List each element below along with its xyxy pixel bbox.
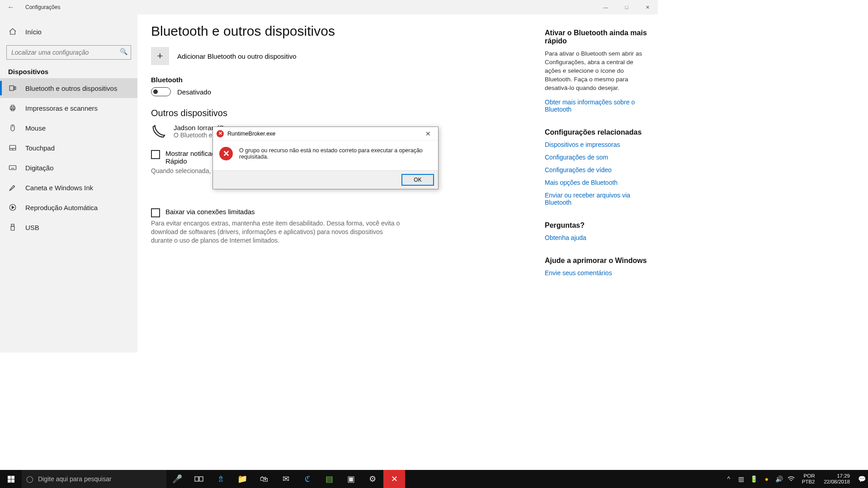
sidebar-item-printers[interactable]: Impressoras e scanners [0, 98, 137, 118]
sidebar-item-usb[interactable]: USB [0, 217, 137, 237]
dialog-titlebar: ✕ RuntimeBroker.exe ✕ [213, 127, 438, 141]
taskbar-app-store[interactable]: 🛍 [253, 470, 275, 488]
sidebar-home-label: Início [25, 28, 42, 36]
action-center-icon[interactable]: 💬 [857, 475, 866, 483]
metered-checkbox[interactable] [151, 208, 160, 217]
sidebar-item-mouse[interactable]: Mouse [0, 118, 137, 138]
svg-rect-19 [11, 226, 14, 230]
sidebar-item-bluetooth[interactable]: Bluetooth e outros dispositivos [0, 78, 137, 98]
taskbar-app-green[interactable]: ▤ [318, 470, 340, 488]
dialog-ok-button[interactable]: OK [402, 174, 434, 185]
other-devices-title: Outros dispositivos [151, 108, 531, 118]
sidebar-item-autoplay[interactable]: Reprodução Automática [0, 197, 137, 217]
error-dialog: ✕ RuntimeBroker.exe ✕ ✕ O grupo ou recur… [212, 127, 439, 189]
tray-language[interactable]: POR PTB2 [800, 473, 817, 485]
right-column: Ativar o Bluetooth ainda mais rápido Par… [545, 14, 658, 352]
svg-rect-3 [11, 105, 14, 107]
sidebar-item-label: Caneta e Windows Ink [25, 184, 93, 192]
maximize-button[interactable]: □ [616, 0, 637, 14]
taskbar-app-edge[interactable]: ⇯ [210, 470, 231, 488]
minimize-button[interactable]: — [595, 0, 616, 14]
add-device-row[interactable]: + Adicionar Bluetooth ou outro dispositi… [151, 47, 531, 65]
sidebar-home[interactable]: Início [0, 23, 137, 41]
dialog-message: O grupo ou recurso não está no estado co… [239, 147, 432, 160]
sidebar-item-touchpad[interactable]: Touchpad [0, 138, 137, 158]
tray-up-icon[interactable]: ^ [724, 475, 733, 483]
search-input[interactable] [6, 45, 131, 60]
metered-checkbox-label: Baixar via conexões limitadas [165, 208, 255, 216]
taskbar-app-ie[interactable]: ℭ [297, 470, 318, 488]
related-link-devices[interactable]: Dispositivos e impressoras [545, 141, 648, 148]
bluetooth-toggle-state: Desativado [177, 88, 211, 96]
window-title: Configurações [25, 4, 60, 10]
close-button[interactable]: ✕ [637, 0, 658, 14]
taskbar-app-error[interactable]: ✕ [383, 470, 405, 488]
error-icon-large: ✕ [219, 147, 233, 160]
metered-checkbox-row[interactable]: Baixar via conexões limitadas [151, 208, 404, 217]
related-title: Configurações relacionadas [545, 128, 648, 136]
sidebar-item-typing[interactable]: Digitação [0, 158, 137, 178]
svg-rect-4 [11, 109, 14, 111]
svg-rect-1 [14, 87, 16, 89]
add-device-label: Adicionar Bluetooth ou outro dispositivo [177, 52, 297, 60]
windows-logo-icon [8, 476, 14, 483]
usb-icon [8, 223, 17, 231]
bluetooth-toggle[interactable] [151, 87, 171, 96]
keyboard-icon [8, 164, 17, 172]
tray-battery-icon[interactable]: 🔋 [750, 475, 759, 483]
related-link-video[interactable]: Configurações de vídeo [545, 166, 648, 174]
window-controls: — □ ✕ [595, 0, 658, 14]
notify-checkbox-label: Mostrar notificaçõ [165, 150, 219, 157]
sidebar-item-pen[interactable]: Caneta e Windows Ink [0, 178, 137, 197]
dialog-close-button[interactable]: ✕ [422, 130, 434, 137]
related-link-sound[interactable]: Configurações de som [545, 154, 648, 161]
sidebar-item-label: Mouse [25, 124, 46, 132]
sidebar-item-label: USB [25, 224, 39, 231]
svg-rect-20 [195, 477, 198, 481]
sidebar-item-label: Touchpad [25, 144, 55, 152]
taskbar-app-settings[interactable]: ⚙ [362, 470, 383, 488]
dialog-body: ✕ O grupo ou recurso não está no estado … [213, 141, 438, 170]
home-icon [8, 28, 17, 36]
svg-rect-10 [9, 166, 16, 170]
taskbar-search-placeholder: Digite aqui para pesquisar [38, 475, 112, 483]
tray-battery-saver-icon[interactable]: ▥ [737, 475, 746, 483]
add-device-button[interactable]: + [151, 47, 169, 65]
feedback-link[interactable]: Envie seus comentários [545, 269, 648, 277]
taskbar-app-gray[interactable]: ▣ [340, 470, 362, 488]
notify-checkbox[interactable] [151, 150, 160, 159]
svg-rect-21 [199, 477, 203, 481]
related-link-send-files[interactable]: Enviar ou receber arquivos via Bluetooth [545, 192, 648, 206]
back-button[interactable]: ← [6, 3, 15, 11]
tip-link[interactable]: Obter mais informações sobre o Bluetooth [545, 99, 648, 113]
autoplay-icon [8, 203, 17, 211]
tray-date: 22/08/2018 [824, 479, 850, 485]
phone-icon [151, 124, 167, 139]
task-view-button[interactable] [188, 470, 210, 488]
get-help-link[interactable]: Obtenha ajuda [545, 234, 648, 241]
system-tray: ^ ▥ 🔋 ● 🔊 POR PTB2 17:29 22/08/2018 💬 [724, 473, 868, 485]
feedback-title: Ajude a aprimorar o Windows [545, 257, 648, 265]
metered-help-text: Para evitar encargos extras, mantenha es… [151, 219, 404, 245]
search-box[interactable]: 🔍 [6, 45, 131, 60]
tray-volume-icon[interactable]: 🔊 [775, 475, 784, 483]
tray-clock[interactable]: 17:29 22/08/2018 [820, 473, 854, 485]
tray-app-icon[interactable]: ● [762, 475, 771, 483]
taskbar-search[interactable]: ◯ Digite aqui para pesquisar [22, 470, 166, 488]
notify-checkbox-label2: Rápido [165, 157, 187, 165]
related-link-more-bt[interactable]: Mais opções de Bluetooth [545, 179, 648, 186]
taskbar-app-mail[interactable]: ✉ [275, 470, 297, 488]
touchpad-icon [8, 144, 17, 152]
sidebar-item-label: Reprodução Automática [25, 204, 98, 211]
tray-wifi-icon[interactable] [788, 476, 797, 482]
search-icon: 🔍 [120, 48, 127, 55]
pen-icon [8, 183, 17, 192]
mic-icon[interactable]: 🎤 [166, 470, 188, 488]
bluetooth-toggle-row: Desativado [151, 87, 531, 96]
tip-title: Ativar o Bluetooth ainda mais rápido [545, 29, 648, 45]
start-button[interactable] [0, 470, 22, 488]
taskbar-app-explorer[interactable]: 📁 [231, 470, 253, 488]
tip-body: Para ativar o Bluetooth sem abrir as Con… [545, 50, 648, 92]
svg-rect-0 [9, 86, 14, 91]
sidebar-item-label: Digitação [25, 164, 54, 172]
